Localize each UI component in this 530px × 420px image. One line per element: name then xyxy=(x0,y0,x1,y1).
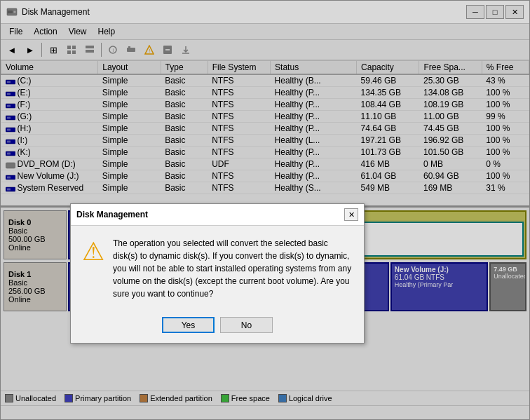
dialog-body: ⚠ The operation you selected will conver… xyxy=(71,226,364,311)
dialog-yes-button[interactable]: Yes xyxy=(162,317,215,333)
warning-icon: ⚠ xyxy=(82,237,104,266)
disk-management-dialog: Disk Management ✕ ⚠ The operation you se… xyxy=(70,203,365,344)
dialog-message: The operation you selected will convert … xyxy=(113,237,353,300)
dialog-title-bar: Disk Management ✕ xyxy=(71,204,364,226)
dialog-buttons: Yes No xyxy=(71,311,364,343)
dialog-close-button[interactable]: ✕ xyxy=(344,208,358,221)
dialog-title-text: Disk Management xyxy=(76,210,148,219)
dialog-overlay: Disk Management ✕ ⚠ The operation you se… xyxy=(0,0,530,420)
dialog-no-button[interactable]: No xyxy=(220,317,273,333)
